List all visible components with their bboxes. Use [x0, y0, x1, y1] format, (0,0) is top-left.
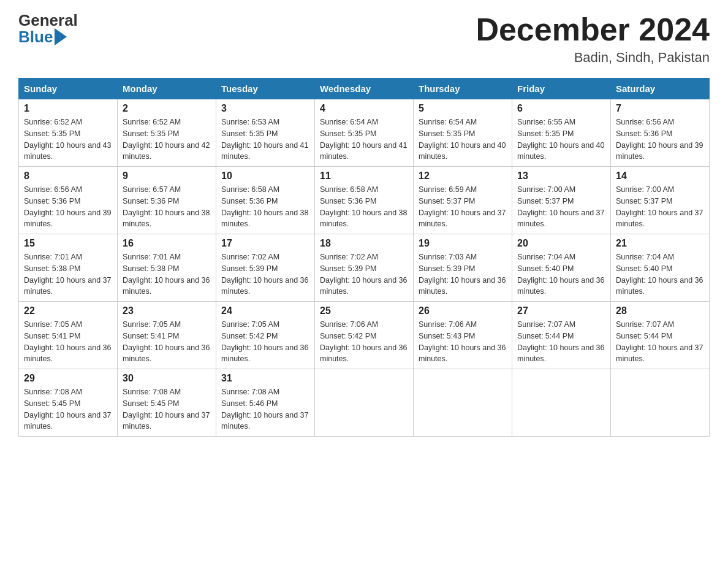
calendar-cell: 1 Sunrise: 6:52 AMSunset: 5:35 PMDayligh… — [19, 99, 118, 167]
header-sunday: Sunday — [19, 79, 118, 99]
day-number: 27 — [517, 305, 605, 316]
week-row-2: 8 Sunrise: 6:56 AMSunset: 5:36 PMDayligh… — [19, 167, 710, 234]
calendar-cell: 10 Sunrise: 6:58 AMSunset: 5:36 PMDaylig… — [216, 167, 315, 234]
calendar-cell — [611, 369, 710, 437]
header-friday: Friday — [512, 79, 611, 99]
day-number: 29 — [24, 373, 112, 384]
calendar-cell: 19 Sunrise: 7:03 AMSunset: 5:39 PMDaylig… — [414, 234, 512, 302]
calendar-cell: 23 Sunrise: 7:05 AMSunset: 5:41 PMDaylig… — [118, 302, 216, 369]
day-info: Sunrise: 7:07 AMSunset: 5:44 PMDaylight:… — [517, 320, 604, 363]
calendar-cell: 12 Sunrise: 6:59 AMSunset: 5:37 PMDaylig… — [414, 167, 512, 234]
calendar-cell: 29 Sunrise: 7:08 AMSunset: 5:45 PMDaylig… — [19, 369, 118, 437]
calendar-cell: 4 Sunrise: 6:54 AMSunset: 5:35 PMDayligh… — [315, 99, 414, 167]
title-block: December 2024 Badin, Sindh, Pakistan — [476, 12, 710, 66]
logo-general-text: General — [18, 12, 78, 28]
day-info: Sunrise: 7:01 AMSunset: 5:38 PMDaylight:… — [123, 253, 210, 296]
day-info: Sunrise: 7:05 AMSunset: 5:42 PMDaylight:… — [221, 320, 308, 363]
logo-text-block: General Blue — [18, 12, 78, 45]
day-number: 5 — [419, 103, 507, 114]
logo-arrow-icon — [55, 28, 67, 45]
week-row-1: 1 Sunrise: 6:52 AMSunset: 5:35 PMDayligh… — [19, 99, 710, 167]
week-row-4: 22 Sunrise: 7:05 AMSunset: 5:41 PMDaylig… — [19, 302, 710, 369]
calendar-header-row: SundayMondayTuesdayWednesdayThursdayFrid… — [19, 79, 710, 99]
day-number: 12 — [419, 170, 507, 182]
day-info: Sunrise: 6:55 AMSunset: 5:35 PMDaylight:… — [517, 118, 604, 161]
day-info: Sunrise: 7:08 AMSunset: 5:45 PMDaylight:… — [24, 388, 111, 431]
calendar-body: 1 Sunrise: 6:52 AMSunset: 5:35 PMDayligh… — [19, 99, 710, 437]
day-number: 16 — [123, 238, 211, 249]
day-info: Sunrise: 7:08 AMSunset: 5:45 PMDaylight:… — [123, 388, 210, 431]
day-number: 4 — [320, 103, 408, 114]
day-info: Sunrise: 7:06 AMSunset: 5:43 PMDaylight:… — [419, 320, 506, 363]
calendar-cell — [414, 369, 512, 437]
day-number: 24 — [221, 305, 309, 316]
calendar-cell: 16 Sunrise: 7:01 AMSunset: 5:38 PMDaylig… — [118, 234, 216, 302]
calendar-table: SundayMondayTuesdayWednesdayThursdayFrid… — [18, 78, 710, 437]
day-number: 1 — [24, 103, 112, 114]
calendar-cell: 22 Sunrise: 7:05 AMSunset: 5:41 PMDaylig… — [19, 302, 118, 369]
calendar-cell: 28 Sunrise: 7:07 AMSunset: 5:44 PMDaylig… — [611, 302, 710, 369]
day-info: Sunrise: 7:07 AMSunset: 5:44 PMDaylight:… — [616, 320, 703, 363]
day-info: Sunrise: 6:57 AMSunset: 5:36 PMDaylight:… — [123, 185, 210, 228]
calendar-cell: 11 Sunrise: 6:58 AMSunset: 5:36 PMDaylig… — [315, 167, 414, 234]
day-number: 18 — [320, 238, 408, 249]
day-info: Sunrise: 7:02 AMSunset: 5:39 PMDaylight:… — [221, 253, 308, 296]
day-info: Sunrise: 6:52 AMSunset: 5:35 PMDaylight:… — [24, 118, 111, 161]
calendar-cell: 18 Sunrise: 7:02 AMSunset: 5:39 PMDaylig… — [315, 234, 414, 302]
day-info: Sunrise: 7:05 AMSunset: 5:41 PMDaylight:… — [123, 320, 210, 363]
day-info: Sunrise: 7:01 AMSunset: 5:38 PMDaylight:… — [24, 253, 111, 296]
day-info: Sunrise: 7:00 AMSunset: 5:37 PMDaylight:… — [517, 185, 604, 228]
calendar-cell: 17 Sunrise: 7:02 AMSunset: 5:39 PMDaylig… — [216, 234, 315, 302]
day-number: 26 — [419, 305, 507, 316]
header-saturday: Saturday — [611, 79, 710, 99]
day-info: Sunrise: 7:08 AMSunset: 5:46 PMDaylight:… — [221, 388, 308, 431]
week-row-5: 29 Sunrise: 7:08 AMSunset: 5:45 PMDaylig… — [19, 369, 710, 437]
calendar-cell: 14 Sunrise: 7:00 AMSunset: 5:37 PMDaylig… — [611, 167, 710, 234]
day-info: Sunrise: 6:54 AMSunset: 5:35 PMDaylight:… — [320, 118, 407, 161]
calendar-cell: 21 Sunrise: 7:04 AMSunset: 5:40 PMDaylig… — [611, 234, 710, 302]
day-info: Sunrise: 6:56 AMSunset: 5:36 PMDaylight:… — [24, 185, 111, 228]
calendar-cell: 26 Sunrise: 7:06 AMSunset: 5:43 PMDaylig… — [414, 302, 512, 369]
day-number: 25 — [320, 305, 408, 316]
day-number: 14 — [616, 170, 704, 182]
calendar-cell: 20 Sunrise: 7:04 AMSunset: 5:40 PMDaylig… — [512, 234, 611, 302]
day-info: Sunrise: 7:06 AMSunset: 5:42 PMDaylight:… — [320, 320, 407, 363]
calendar-cell: 15 Sunrise: 7:01 AMSunset: 5:38 PMDaylig… — [19, 234, 118, 302]
day-info: Sunrise: 7:03 AMSunset: 5:39 PMDaylight:… — [419, 253, 506, 296]
day-info: Sunrise: 6:53 AMSunset: 5:35 PMDaylight:… — [221, 118, 308, 161]
day-number: 19 — [419, 238, 507, 249]
header-wednesday: Wednesday — [315, 79, 414, 99]
day-number: 3 — [221, 103, 309, 114]
day-number: 11 — [320, 170, 408, 182]
calendar-cell: 2 Sunrise: 6:52 AMSunset: 5:35 PMDayligh… — [118, 99, 216, 167]
day-number: 10 — [221, 170, 309, 182]
day-number: 31 — [221, 373, 309, 384]
calendar-cell: 31 Sunrise: 7:08 AMSunset: 5:46 PMDaylig… — [216, 369, 315, 437]
logo: General Blue — [18, 12, 78, 45]
day-info: Sunrise: 7:05 AMSunset: 5:41 PMDaylight:… — [24, 320, 111, 363]
day-info: Sunrise: 6:58 AMSunset: 5:36 PMDaylight:… — [320, 185, 407, 228]
day-info: Sunrise: 7:04 AMSunset: 5:40 PMDaylight:… — [616, 253, 703, 296]
day-info: Sunrise: 7:00 AMSunset: 5:37 PMDaylight:… — [616, 185, 703, 228]
header-thursday: Thursday — [414, 79, 512, 99]
day-info: Sunrise: 6:54 AMSunset: 5:35 PMDaylight:… — [419, 118, 506, 161]
calendar-cell: 5 Sunrise: 6:54 AMSunset: 5:35 PMDayligh… — [414, 99, 512, 167]
week-row-3: 15 Sunrise: 7:01 AMSunset: 5:38 PMDaylig… — [19, 234, 710, 302]
day-number: 7 — [616, 103, 704, 114]
day-number: 23 — [123, 305, 211, 316]
calendar-cell: 30 Sunrise: 7:08 AMSunset: 5:45 PMDaylig… — [118, 369, 216, 437]
day-info: Sunrise: 7:04 AMSunset: 5:40 PMDaylight:… — [517, 253, 604, 296]
day-number: 6 — [517, 103, 605, 114]
day-number: 8 — [24, 170, 112, 182]
day-number: 30 — [123, 373, 211, 384]
day-number: 9 — [123, 170, 211, 182]
calendar-cell: 8 Sunrise: 6:56 AMSunset: 5:36 PMDayligh… — [19, 167, 118, 234]
header-monday: Monday — [118, 79, 216, 99]
day-number: 21 — [616, 238, 704, 249]
day-info: Sunrise: 7:02 AMSunset: 5:39 PMDaylight:… — [320, 253, 407, 296]
calendar-cell: 7 Sunrise: 6:56 AMSunset: 5:36 PMDayligh… — [611, 99, 710, 167]
calendar-cell: 27 Sunrise: 7:07 AMSunset: 5:44 PMDaylig… — [512, 302, 611, 369]
page-header: General Blue December 2024 Badin, Sindh,… — [18, 12, 710, 66]
day-number: 2 — [123, 103, 211, 114]
calendar-cell: 6 Sunrise: 6:55 AMSunset: 5:35 PMDayligh… — [512, 99, 611, 167]
